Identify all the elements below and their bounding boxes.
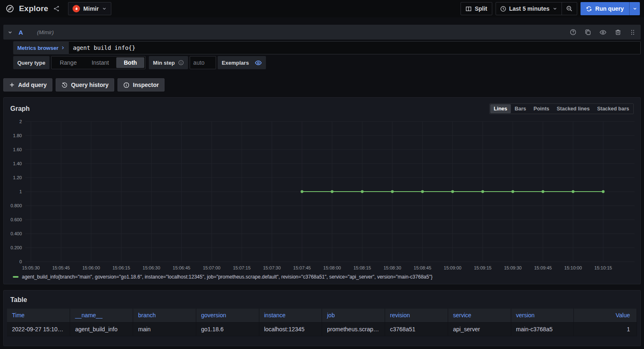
x-axis-tick: 15:06:15 [113, 265, 130, 270]
toggle-query-visibility-icon[interactable] [599, 28, 607, 37]
x-axis-tick: 15:06:45 [173, 265, 190, 270]
column-header-time[interactable]: Time [7, 309, 70, 322]
column-header-revision[interactable]: revision [385, 309, 448, 322]
graph-mode-lines[interactable]: Lines [490, 104, 511, 113]
drag-handle-icon[interactable] [629, 28, 637, 36]
x-axis-tick: 15:05:30 [22, 265, 40, 270]
query-history-button[interactable]: Query history [56, 78, 114, 91]
exemplars-toggle[interactable]: Exemplars [218, 56, 266, 69]
series-point[interactable] [391, 190, 394, 193]
x-axis-tick: 15:05:45 [52, 265, 70, 270]
inspector-button[interactable]: Inspector [118, 78, 165, 91]
y-axis-tick: 1.60 [13, 147, 22, 152]
zoom-out-button[interactable] [562, 2, 577, 15]
query-expression-input[interactable] [69, 41, 641, 54]
series-point[interactable] [301, 190, 303, 193]
column-header-instance[interactable]: instance [259, 309, 322, 322]
collapse-query-icon[interactable] [7, 30, 13, 35]
x-axis-tick: 15:06:30 [143, 265, 160, 270]
chart-svg[interactable]: 21.801.601.401.2010.8000.6000.4000.20001… [7, 118, 637, 272]
graph-panel: Graph LinesBarsPointsStacked linesStacke… [3, 97, 641, 284]
run-query-button[interactable]: Run query [581, 2, 629, 15]
x-axis-tick: 15:08:30 [383, 265, 401, 270]
datasource-name: Mimir [83, 5, 99, 12]
column-header-branch[interactable]: branch [133, 309, 196, 322]
page-title: Explore [19, 4, 48, 13]
query-datasource-hint: (Mimir) [37, 29, 54, 35]
x-axis-tick: 15:07:15 [233, 265, 251, 270]
query-type-option-range[interactable]: Range [52, 57, 84, 68]
exemplars-eye-icon[interactable] [255, 59, 262, 66]
datasource-picker[interactable]: Mimir [68, 2, 111, 15]
graph-mode-points[interactable]: Points [530, 104, 553, 113]
duplicate-query-icon[interactable] [584, 28, 592, 36]
run-query-dropdown-caret[interactable] [629, 2, 640, 15]
x-axis-tick: 15:08:15 [353, 265, 371, 270]
y-axis-tick: 1.40 [13, 161, 22, 166]
x-axis-tick: 15:07:00 [203, 265, 221, 270]
y-axis-tick: 0.400 [10, 231, 22, 236]
x-axis-tick: 15:07:30 [263, 265, 281, 270]
split-icon [465, 6, 472, 12]
query-history-label: Query history [71, 82, 108, 88]
series-point[interactable] [541, 190, 544, 193]
table-cell: localhost:12345 [259, 322, 322, 336]
column-header-version[interactable]: version [511, 309, 574, 322]
add-query-button[interactable]: Add query [3, 78, 52, 91]
series-point[interactable] [361, 190, 364, 193]
query-row-header: A (Mimir) [3, 25, 641, 40]
series-point[interactable] [602, 190, 605, 193]
x-axis-tick: 15:09:45 [534, 265, 552, 270]
metrics-browser-button[interactable]: Metrics browser [13, 41, 69, 54]
clock-icon [500, 6, 506, 12]
column-header-service[interactable]: service [448, 309, 511, 322]
query-help-icon[interactable] [569, 28, 577, 36]
series-point[interactable] [331, 190, 334, 193]
graph-mode-stacked-bars[interactable]: Stacked bars [593, 104, 633, 113]
series-point[interactable] [421, 190, 424, 193]
min-step-label-text: Min step [153, 60, 175, 66]
legend-series-swatch [13, 276, 19, 278]
x-axis-tick: 15:07:45 [293, 265, 311, 270]
min-step-label: Min step [149, 56, 188, 69]
run-query-label: Run query [595, 5, 624, 12]
query-type-label: Query type [13, 56, 49, 69]
x-axis-tick: 15:09:00 [444, 265, 461, 270]
history-icon [61, 82, 68, 88]
chevron-down-icon [102, 6, 107, 11]
legend-series-label[interactable]: agent_build_info{branch="main", goversio… [22, 274, 432, 280]
plus-icon [9, 82, 15, 88]
series-point[interactable] [451, 190, 454, 193]
table-header-row: Time__name__branchgoversioninstancejobre… [7, 309, 637, 322]
column-header-value[interactable]: Value [574, 309, 637, 322]
table-cell: c3768a51 [385, 322, 448, 336]
info-circle-icon [123, 82, 129, 88]
column-header-job[interactable]: job [322, 309, 385, 322]
min-step-input[interactable] [190, 56, 216, 69]
x-axis-tick: 15:08:00 [323, 265, 341, 270]
line-chart[interactable]: 21.801.601.401.2010.8000.6000.4000.20001… [7, 118, 637, 272]
graph-mode-toggle: LinesBarsPointsStacked linesStacked bars [489, 103, 634, 114]
y-axis-tick: 2 [19, 119, 22, 124]
split-button[interactable]: Split [461, 2, 492, 15]
series-point[interactable] [572, 190, 575, 193]
query-type-option-instant[interactable]: Instant [84, 57, 116, 68]
query-type-option-both[interactable]: Both [116, 57, 144, 68]
series-point[interactable] [481, 190, 484, 193]
mimir-logo-icon [73, 5, 80, 12]
graph-mode-stacked-lines[interactable]: Stacked lines [553, 104, 593, 113]
inspector-label: Inspector [133, 82, 159, 88]
table-cell: 2022-09-27 15:10:26 [7, 322, 70, 336]
query-ref-id[interactable]: A [19, 29, 23, 36]
series-point[interactable] [511, 190, 514, 193]
chevron-down-icon [552, 6, 557, 11]
y-axis-tick: 1 [19, 189, 22, 194]
explore-compass-icon [4, 3, 16, 14]
column-header-name[interactable]: __name__ [70, 309, 133, 322]
column-header-goversion[interactable]: goversion [196, 309, 259, 322]
x-axis-tick: 15:09:30 [504, 265, 522, 270]
delete-query-icon[interactable] [614, 28, 622, 36]
share-icon[interactable] [52, 4, 61, 14]
time-range-picker[interactable]: Last 5 minutes [496, 2, 562, 15]
graph-mode-bars[interactable]: Bars [511, 104, 530, 113]
